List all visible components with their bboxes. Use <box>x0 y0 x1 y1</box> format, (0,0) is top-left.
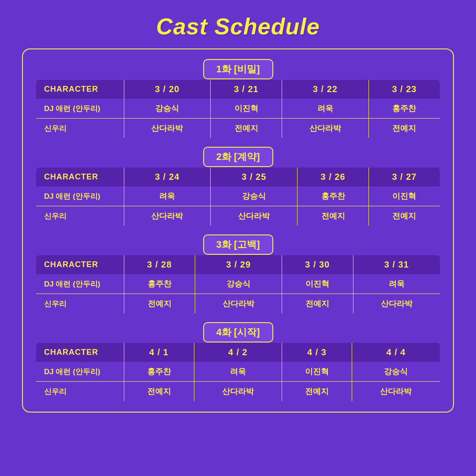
schedule-table-1: CHARACTER3 / 203 / 213 / 223 / 23DJ 애런 (… <box>35 79 441 139</box>
cast-value-1-3: 전예지 <box>368 206 440 227</box>
date-header-0: 3 / 20 <box>124 79 211 99</box>
episode-title-4: 4화 [시작] <box>203 322 273 342</box>
character-name-1: 신우리 <box>36 119 124 139</box>
cast-value-1-0: 전예지 <box>124 294 195 314</box>
table-row: 신우리산다라박전예지산다라박전예지 <box>36 119 440 139</box>
cast-value-1-2: 전예지 <box>298 206 369 227</box>
character-name-0: DJ 애런 (안두리) <box>36 186 124 206</box>
date-header-3: 3 / 31 <box>353 255 440 274</box>
cast-value-0-2: 이진혁 <box>282 362 352 382</box>
cast-value-0-3: 강승식 <box>352 362 440 382</box>
cast-value-1-0: 전예지 <box>124 382 194 402</box>
character-name-0: DJ 애런 (안두리) <box>36 99 124 119</box>
page-title: Cast Schedule <box>156 13 320 40</box>
table-row: 신우리산다라박산다라박전예지전예지 <box>36 206 440 227</box>
date-header-0: 3 / 24 <box>124 167 211 186</box>
date-header-1: 4 / 2 <box>194 342 282 362</box>
cast-value-0-3: 홍주찬 <box>368 99 440 119</box>
character-name-1: 신우리 <box>36 382 124 402</box>
cast-value-0-2: 이진혁 <box>282 274 353 294</box>
character-name-0: DJ 애런 (안두리) <box>36 274 124 294</box>
character-name-1: 신우리 <box>36 206 124 227</box>
cast-value-0-2: 홍주찬 <box>298 186 369 206</box>
date-header-3: 3 / 23 <box>368 79 440 99</box>
episode-block-2: 2화 [계약]CHARACTER3 / 243 / 253 / 263 / 27… <box>35 147 441 227</box>
cast-value-0-1: 강승식 <box>195 274 282 294</box>
cast-value-0-1: 이진혁 <box>211 99 282 119</box>
cast-value-0-3: 려욱 <box>353 274 440 294</box>
cast-value-1-1: 산다라박 <box>211 206 298 227</box>
date-header-1: 3 / 25 <box>211 167 298 186</box>
cast-value-1-2: 산다라박 <box>282 119 368 139</box>
episode-title-1: 1화 [비밀] <box>203 59 273 79</box>
character-header: CHARACTER <box>36 79 124 99</box>
cast-value-1-1: 전예지 <box>211 119 282 139</box>
cast-value-0-1: 강승식 <box>211 186 298 206</box>
episode-block-1: 1화 [비밀]CHARACTER3 / 203 / 213 / 223 / 23… <box>35 59 441 139</box>
cast-value-1-0: 산다라박 <box>124 119 211 139</box>
table-row: DJ 애런 (안두리)려욱강승식홍주찬이진혁 <box>36 186 440 206</box>
episode-title-2: 2화 [계약] <box>203 147 273 167</box>
cast-value-1-1: 산다라박 <box>195 294 282 314</box>
schedule-table-2: CHARACTER3 / 243 / 253 / 263 / 27DJ 애런 (… <box>35 167 441 227</box>
cast-value-1-0: 산다라박 <box>124 206 211 227</box>
date-header-1: 3 / 29 <box>195 255 282 274</box>
schedule-container: 1화 [비밀]CHARACTER3 / 203 / 213 / 223 / 23… <box>22 48 454 413</box>
cast-value-0-1: 려욱 <box>194 362 282 382</box>
cast-value-1-1: 산다라박 <box>194 382 282 402</box>
cast-value-1-3: 산다라박 <box>352 382 440 402</box>
date-header-3: 4 / 4 <box>352 342 440 362</box>
date-header-1: 3 / 21 <box>211 79 282 99</box>
cast-value-0-2: 려욱 <box>282 99 368 119</box>
schedule-table-4: CHARACTER4 / 14 / 24 / 34 / 4DJ 애런 (안두리)… <box>35 342 441 402</box>
cast-value-0-0: 홍주찬 <box>124 274 195 294</box>
date-header-0: 3 / 28 <box>124 255 195 274</box>
cast-value-0-0: 려욱 <box>124 186 211 206</box>
cast-value-0-0: 홍주찬 <box>124 362 194 382</box>
episode-block-4: 4화 [시작]CHARACTER4 / 14 / 24 / 34 / 4DJ 애… <box>35 322 441 402</box>
table-row: DJ 애런 (안두리)홍주찬려욱이진혁강승식 <box>36 362 440 382</box>
date-header-2: 3 / 30 <box>282 255 353 274</box>
character-header: CHARACTER <box>36 255 124 274</box>
schedule-table-3: CHARACTER3 / 283 / 293 / 303 / 31DJ 애런 (… <box>35 254 441 314</box>
date-header-2: 3 / 26 <box>298 167 369 186</box>
table-row: 신우리전예지산다라박전예지산다라박 <box>36 382 440 402</box>
character-header: CHARACTER <box>36 167 124 186</box>
cast-value-1-2: 전예지 <box>282 382 352 402</box>
table-row: DJ 애런 (안두리)강승식이진혁려욱홍주찬 <box>36 99 440 119</box>
cast-value-0-3: 이진혁 <box>368 186 440 206</box>
character-name-1: 신우리 <box>36 294 124 314</box>
episode-block-3: 3화 [고백]CHARACTER3 / 283 / 293 / 303 / 31… <box>35 234 441 314</box>
character-header: CHARACTER <box>36 342 124 362</box>
character-name-0: DJ 애런 (안두리) <box>36 362 124 382</box>
cast-value-1-3: 전예지 <box>368 119 440 139</box>
cast-value-1-3: 산다라박 <box>353 294 440 314</box>
cast-value-1-2: 전예지 <box>282 294 353 314</box>
table-row: 신우리전예지산다라박전예지산다라박 <box>36 294 440 314</box>
date-header-0: 4 / 1 <box>124 342 194 362</box>
date-header-3: 3 / 27 <box>368 167 440 186</box>
date-header-2: 4 / 3 <box>282 342 352 362</box>
cast-value-0-0: 강승식 <box>124 99 211 119</box>
episode-title-3: 3화 [고백] <box>203 234 273 255</box>
date-header-2: 3 / 22 <box>282 79 368 99</box>
table-row: DJ 애런 (안두리)홍주찬강승식이진혁려욱 <box>36 274 440 294</box>
